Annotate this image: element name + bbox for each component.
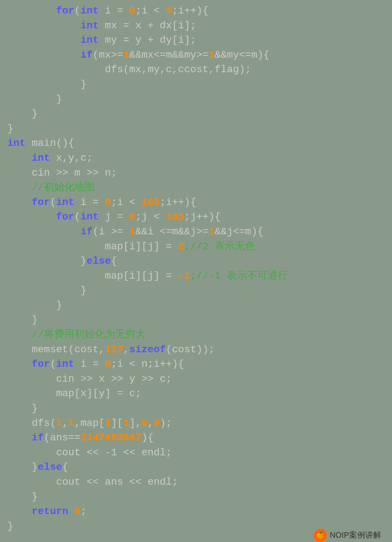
code-line: dfs(1,1,map[1][1],0,0); xyxy=(7,416,385,431)
code-line: cin >> m >> n; xyxy=(7,166,385,181)
code-line: } xyxy=(7,92,385,107)
code-lines: for(int i = 0;i < 4;i++){ int mx = x + d… xyxy=(7,4,385,534)
code-line: if(ans==2147483647){ xyxy=(7,431,385,445)
code-line: } xyxy=(7,107,385,122)
code-line: int my = y + dy[i]; xyxy=(7,33,385,48)
code-line: for(int i = 0;i < 4;i++){ xyxy=(7,4,385,19)
code-line: return 0; xyxy=(7,504,385,519)
code-line: } xyxy=(7,313,385,328)
code-line: } xyxy=(7,490,385,505)
code-line: } xyxy=(7,401,385,416)
code-line: cout << ans << endl; xyxy=(7,475,385,490)
code-line: int mx = x + dx[i]; xyxy=(7,19,385,33)
code-line: }else{ xyxy=(7,254,385,269)
code-line: } xyxy=(7,298,385,313)
code-line: dfs(mx,my,c,ccost,flag); xyxy=(7,62,385,77)
logo-icon: 🍊 xyxy=(314,529,327,542)
code-block: for(int i = 0;i < 4;i++){ int mx = x + d… xyxy=(0,0,392,542)
code-line: //初始化地图 xyxy=(7,180,385,195)
code-line: for(int i = 0;i < 105;i++){ xyxy=(7,195,385,210)
code-line: int x,y,c; xyxy=(7,151,385,166)
code-line: memset(cost,127,sizeof(cost)); xyxy=(7,342,385,357)
logo-text: NOIP案例讲解 xyxy=(330,529,381,541)
code-line: } xyxy=(7,122,385,136)
code-line: int main(){ xyxy=(7,136,385,151)
code-line: if(i >= 1&&i <=m&&j>=1&&j<=m){ xyxy=(7,225,385,239)
code-line: cin >> x >> y >> c; xyxy=(7,372,385,387)
code-line: map[x][y] = c; xyxy=(7,386,385,401)
code-line: //将费用初始化为无穷大 xyxy=(7,328,385,342)
code-line: map[i][j] = -1;//-1 表示不可通行 xyxy=(7,269,385,284)
code-line: } xyxy=(7,77,385,92)
code-line: for(int i = 0;i < n;i++){ xyxy=(7,357,385,372)
code-line: if(mx>=1&&mx<=m&&my>=1&&my<=m){ xyxy=(7,48,385,63)
logo: 🍊 NOIP案例讲解 xyxy=(314,529,381,542)
code-line: }else{ xyxy=(7,460,385,475)
code-line: cout << -1 << endl; xyxy=(7,445,385,460)
code-line: map[i][j] = 2;//2 表示无色 xyxy=(7,239,385,254)
code-line: for(int j = 0;j < 105;j++){ xyxy=(7,210,385,225)
code-line: } xyxy=(7,283,385,298)
